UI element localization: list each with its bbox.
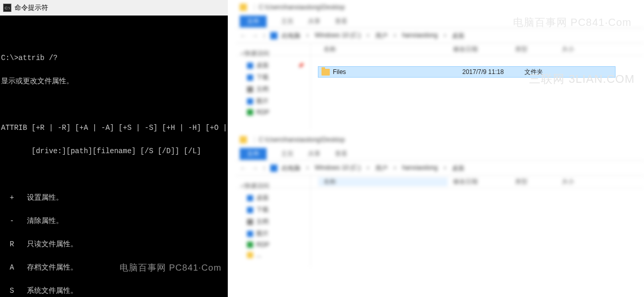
ribbon: 文件 主页 共享 查看: [236, 147, 644, 160]
file-name: Files: [333, 68, 462, 76]
navigation-pane[interactable]: ▾快速访问 桌面 下载 文档 图片 RDP ...: [236, 176, 311, 267]
terminal-titlebar[interactable]: C:\ 命令提示符: [0, 0, 228, 16]
nav-forward-icon[interactable]: →: [251, 164, 258, 172]
folder-icon: [240, 4, 247, 11]
sidebar-item-desktop[interactable]: 桌面: [239, 192, 307, 204]
pc-icon: [270, 32, 277, 39]
sidebar-item-documents[interactable]: 文档: [239, 216, 307, 228]
nav-up-icon[interactable]: ↑: [262, 32, 266, 40]
header-size[interactable]: 大小: [557, 45, 598, 54]
sidebar-item-pictures[interactable]: 图片: [239, 95, 307, 107]
header-date[interactable]: 修改日期: [448, 177, 510, 186]
breadcrumb[interactable]: 此电脑› Windows 10 (C:)› 用户› hanxiaodong› 桌…: [282, 32, 464, 40]
term-line: [drive:][path][filename] [/S [/D]] [/L]: [1, 147, 227, 155]
ribbon-home-tab[interactable]: 主页: [281, 150, 294, 158]
term-line: R 只读文件属性。: [1, 241, 227, 248]
pc-icon: [270, 165, 277, 172]
command-prompt-window: C:\ 命令提示符 C:\>attrib /? 显示或更改文件属性。 ATTRI…: [0, 0, 228, 297]
file-date: 2017/7/9 11:18: [462, 68, 524, 76]
header-type[interactable]: 类型: [510, 45, 557, 54]
folder-icon: [321, 69, 330, 76]
header-type[interactable]: 类型: [510, 177, 557, 186]
sidebar-item-folder[interactable]: ...: [239, 250, 307, 260]
explorer-titlebar[interactable]: C:\Users\hanxiaodong\Desktop: [236, 132, 644, 147]
file-explorer-window-bottom: C:\Users\hanxiaodong\Desktop 文件 主页 共享 查看…: [236, 132, 644, 267]
nav-back-icon[interactable]: ←: [240, 164, 247, 172]
sidebar-item-downloads[interactable]: 下载: [239, 71, 307, 83]
term-line: C:\>attrib /?: [1, 54, 227, 62]
terminal-title: 命令提示符: [14, 3, 48, 12]
address-bar[interactable]: ← → ↑ 此电脑› Windows 10 (C:)› 用户› hanxiaod…: [236, 28, 644, 43]
sidebar-item-pictures[interactable]: 图片: [239, 228, 307, 240]
header-date[interactable]: 修改日期: [448, 45, 510, 54]
watermark: 电脑百事网 PC841·Com: [513, 16, 632, 29]
header-name[interactable]: 名称: [318, 177, 448, 186]
sidebar-item-documents[interactable]: 文档: [239, 83, 307, 95]
nav-back-icon[interactable]: ←: [240, 32, 247, 40]
explorer-title: C:\Users\hanxiaodong\Desktop: [259, 4, 345, 11]
term-line: S 系统文件属性。: [1, 287, 227, 295]
nav-up-icon[interactable]: ↑: [262, 164, 266, 172]
cmd-icon: C:\: [3, 4, 11, 12]
sidebar-item-desktop[interactable]: 桌面📌: [239, 60, 307, 71]
sidebar-item-rdp[interactable]: RDP: [239, 107, 307, 117]
folder-icon: [240, 136, 247, 143]
sidebar-item-downloads[interactable]: 下载: [239, 204, 307, 216]
nav-forward-icon[interactable]: →: [251, 32, 258, 40]
term-line: ATTRIB [+R | -R] [+A | -A] [+S | -S] [+H…: [1, 124, 227, 132]
ribbon-share-tab[interactable]: 共享: [308, 150, 320, 158]
ribbon-share-tab[interactable]: 共享: [308, 17, 320, 26]
navigation-pane[interactable]: ▾快速访问 桌面📌 下载 文档 图片 RDP: [236, 43, 311, 129]
ribbon-view-tab[interactable]: 查看: [335, 17, 347, 26]
term-line: 显示或更改文件属性。: [1, 78, 227, 85]
watermark: 三联网 3LIAN.COM: [529, 71, 635, 87]
ribbon-home-tab[interactable]: 主页: [281, 17, 294, 26]
sidebar-item-rdp[interactable]: RDP: [239, 240, 307, 250]
header-name[interactable]: 名称: [318, 45, 448, 54]
term-line: - 清除属性。: [1, 217, 227, 225]
breadcrumb[interactable]: 此电脑› Windows 10 (C:)› 用户› hanxiaodong› 桌…: [282, 164, 464, 173]
ribbon-view-tab[interactable]: 查看: [335, 150, 347, 158]
header-size[interactable]: 大小: [557, 177, 598, 186]
address-bar[interactable]: ← → ↑ 此电脑› Windows 10 (C:)› 用户› hanxiaod…: [236, 160, 644, 176]
ribbon-file-tab[interactable]: 文件: [240, 148, 267, 160]
explorer-title: C:\Users\hanxiaodong\Desktop: [259, 136, 345, 143]
watermark: 电脑百事网 PC841·Com: [120, 262, 222, 274]
explorer-titlebar[interactable]: C:\Users\hanxiaodong\Desktop: [236, 0, 644, 14]
terminal-output[interactable]: C:\>attrib /? 显示或更改文件属性。 ATTRIB [+R | -R…: [0, 16, 228, 297]
ribbon-file-tab[interactable]: 文件: [240, 16, 267, 27]
term-line: + 设置属性。: [1, 194, 227, 202]
